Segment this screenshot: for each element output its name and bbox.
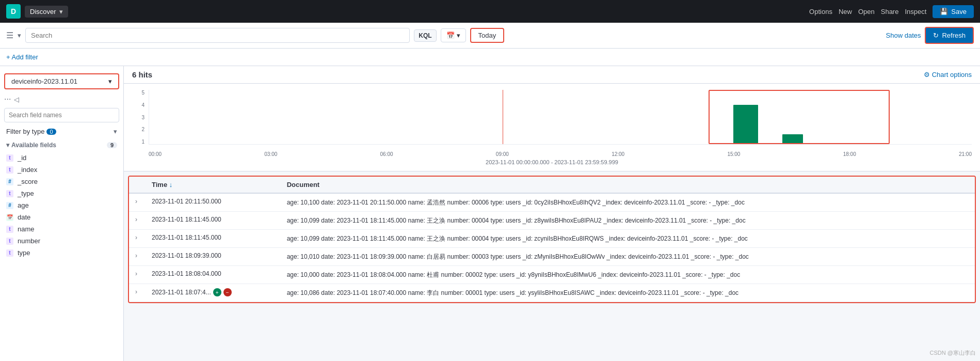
sidebar-field-_type[interactable]: t _type [0, 187, 123, 199]
time-cell: 2023-11-01 18:07:4... + − [146, 284, 281, 302]
sidebar-field-date[interactable]: 📅 date [0, 211, 123, 223]
search-fields-input[interactable] [4, 108, 119, 122]
table-row: › 2023-11-01 18:07:4... + − age: 10,086 … [129, 284, 975, 302]
chart-bar-tall [733, 105, 758, 144]
x-label-4: 12:00 [612, 151, 624, 157]
expand-cell: › [129, 212, 146, 230]
sidebar-field-name[interactable]: t name [0, 223, 123, 235]
chart-inner: 5 4 3 2 1 [132, 90, 972, 157]
sidebar-field-_id[interactable]: t _id [0, 152, 123, 164]
sidebar-field-age[interactable]: # age [0, 199, 123, 211]
chart-bar-short [782, 134, 803, 144]
table-row: › 2023-11-01 18:08:04.000 age: 10,000 da… [129, 266, 975, 284]
expand-row-button[interactable]: › [135, 270, 137, 277]
expand-cell: › [129, 284, 146, 302]
filter-row: + Add filter [0, 49, 980, 66]
chart-red-line [503, 90, 503, 144]
document-cell: age: 10,099 date: 2023-11-01 18:11:45.00… [281, 212, 975, 230]
field-type-icon: t [6, 190, 13, 197]
search-row: ☰ ▾ KQL 📅 ▾ Today Show dates ↻ Refresh [0, 23, 980, 49]
chevron-down-icon-search[interactable]: ▾ [18, 32, 21, 39]
date-range-display[interactable]: Today [470, 28, 505, 43]
expand-cell: › [129, 266, 146, 284]
kql-badge[interactable]: KQL [414, 29, 436, 42]
filter-by-type[interactable]: Filter by type 0 ▾ [0, 124, 123, 138]
available-fields-header[interactable]: ▾ Available fields 9 [0, 138, 123, 152]
col-time[interactable]: Time ↓ [146, 177, 281, 193]
sidebar-field-_score[interactable]: # _score [0, 176, 123, 187]
field-name-label: age [18, 201, 29, 209]
chart-date-label: 2023-11-01 00:00:00.000 - 2023-11-01 23:… [132, 157, 972, 167]
col-expand [129, 177, 146, 193]
add-filter-button[interactable]: + Add filter [6, 53, 38, 61]
options-link[interactable]: Options [809, 8, 832, 15]
time-cell: 2023-11-01 20:11:50.000 [146, 193, 281, 212]
results-table-container: Time ↓ Document › 2023-11-01 20:11:50.00… [128, 176, 976, 303]
open-link[interactable]: Open [858, 8, 875, 15]
search-icon[interactable]: ☰ [6, 30, 13, 40]
y-label-5: 5 [141, 90, 144, 96]
y-label-3: 3 [141, 115, 144, 120]
expand-row-button[interactable]: › [135, 216, 137, 223]
time-cell: 2023-11-01 18:11:45.000 [146, 212, 281, 230]
nav-actions: Options New Open Share Inspect 💾 Save [809, 5, 974, 18]
sidebar-field-number[interactable]: t number [0, 235, 123, 247]
field-type-icon: # [6, 202, 13, 209]
expand-row-button[interactable]: › [135, 234, 137, 241]
col-document: Document [281, 177, 975, 193]
hits-count: 6 hits [132, 70, 152, 79]
field-type-icon: t [6, 249, 13, 257]
filter-include-button[interactable]: + [213, 288, 221, 296]
sidebar-field-type[interactable]: t type [0, 247, 123, 259]
field-name-label: _id [18, 154, 26, 162]
y-label-2: 2 [141, 127, 144, 132]
field-name-label: date [18, 213, 30, 221]
results-table: Time ↓ Document › 2023-11-01 20:11:50.00… [129, 177, 975, 302]
calendar-button[interactable]: 📅 ▾ [441, 28, 466, 42]
x-label-0: 00:00 [149, 151, 162, 157]
app-switcher[interactable]: Discover ▾ [25, 6, 68, 18]
document-cell: age: 10,100 date: 2023-11-01 20:11:50.00… [281, 193, 975, 212]
time-cell: 2023-11-01 18:09:39.000 [146, 248, 281, 266]
field-name-label: name [18, 225, 35, 233]
available-fields-label: Available fields [11, 142, 56, 149]
new-link[interactable]: New [839, 8, 852, 15]
field-type-icon: t [6, 238, 13, 245]
watermark: CSDN @寒山李白 [930, 349, 976, 357]
available-fields-count: 9 [107, 142, 117, 148]
time-cell: 2023-11-01 18:11:45.000 [146, 230, 281, 248]
expand-row-button[interactable]: › [135, 198, 137, 205]
filter-type-label: Filter by type [6, 128, 44, 135]
save-button[interactable]: 💾 Save [933, 5, 974, 18]
field-name-label: _type [18, 190, 34, 197]
expand-row-button[interactable]: › [135, 252, 137, 259]
expand-row-button[interactable]: › [135, 288, 137, 295]
calendar-icon: 📅 [446, 32, 455, 39]
chart-options-button[interactable]: ⚙ Chart options [924, 71, 972, 79]
expand-cell: › [129, 248, 146, 266]
field-type-icon: t [6, 166, 13, 174]
y-label-4: 4 [141, 102, 144, 108]
x-label-5: 15:00 [727, 151, 740, 157]
show-dates-button[interactable]: Show dates [886, 32, 921, 39]
search-input[interactable] [25, 28, 410, 43]
share-link[interactable]: Share [881, 8, 899, 15]
chevron-down-icon-filter: ▾ [114, 128, 117, 135]
refresh-icon: ↻ [933, 32, 939, 39]
sidebar-field-_index[interactable]: t _index [0, 164, 123, 176]
refresh-button[interactable]: ↻ Refresh [925, 27, 974, 44]
field-type-icon: 📅 [6, 214, 13, 221]
chart-y-axis: 5 4 3 2 1 [132, 90, 147, 145]
field-name-label: type [18, 249, 30, 257]
field-type-icon: # [6, 178, 13, 185]
dots-icon: ··· [4, 95, 11, 104]
filter-exclude-button[interactable]: − [223, 288, 232, 296]
document-cell: age: 10,086 date: 2023-11-01 18:07:40.00… [281, 284, 975, 302]
inspect-link[interactable]: Inspect [905, 8, 926, 15]
chart-x-labels: 00:00 03:00 06:00 09:00 12:00 15:00 18:0… [149, 151, 972, 157]
filter-type-count: 0 [46, 129, 56, 135]
index-selector[interactable]: deviceinfo-2023.11.01 ▾ [4, 73, 119, 89]
field-name-label: number [18, 237, 40, 245]
table-row: › 2023-11-01 18:11:45.000 age: 10,099 da… [129, 212, 975, 230]
collapse-icon[interactable]: ◁ [14, 96, 19, 103]
